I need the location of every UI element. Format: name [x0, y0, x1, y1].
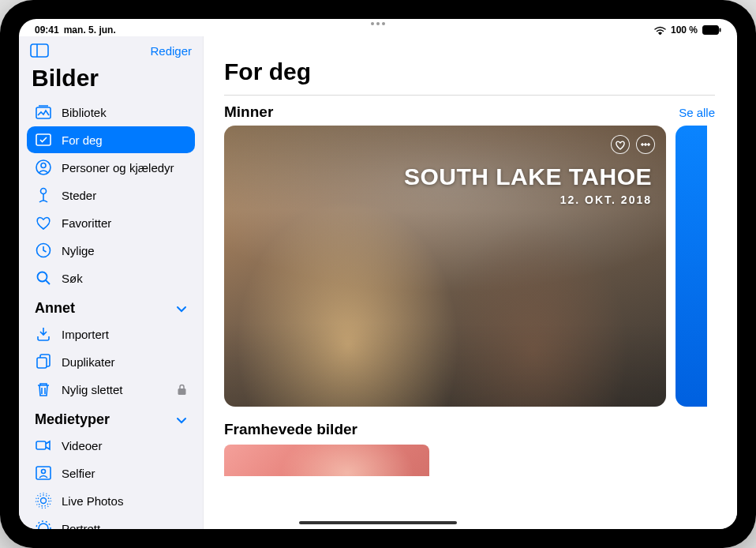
content-area: For deg Minner Se alle: [204, 36, 737, 529]
sidebar-item-label: Videoer: [62, 439, 102, 452]
sidebar-item-selfies[interactable]: Selfier: [27, 460, 195, 486]
memory-card-next[interactable]: [676, 126, 707, 407]
section-label: Medietyper: [35, 411, 110, 428]
sidebar-item-places[interactable]: Steder: [27, 182, 195, 208]
status-date: man. 5. jun.: [64, 24, 116, 36]
page-title: For deg: [224, 58, 715, 96]
sidebar-item-imported[interactable]: Importert: [27, 321, 195, 347]
live-photos-icon: [35, 492, 52, 509]
section-label: Annet: [35, 300, 75, 317]
svg-point-8: [41, 189, 47, 194]
svg-point-23: [648, 144, 650, 146]
multitask-dots-icon[interactable]: [371, 22, 385, 25]
sidebar-item-recently-deleted[interactable]: Nylig slettet: [27, 376, 195, 403]
chevron-down-icon: [176, 300, 187, 317]
favorite-memory-icon[interactable]: [611, 135, 630, 154]
featured-photo-card[interactable]: [224, 445, 429, 476]
sidebar-item-portrait[interactable]: Portrett: [27, 515, 195, 529]
status-time: 09:41: [35, 24, 59, 36]
memories-row[interactable]: SOUTH LAKE TAHOE 12. OKT. 2018: [224, 126, 737, 407]
lock-icon: [177, 384, 187, 396]
svg-rect-11: [37, 358, 47, 368]
sidebar-item-duplicates[interactable]: Duplikater: [27, 348, 195, 375]
svg-rect-1: [720, 28, 721, 32]
sidebar-title: Bilder: [19, 65, 203, 98]
memory-date: 12. OKT. 2018: [238, 193, 652, 206]
video-icon: [35, 437, 52, 454]
svg-rect-4: [36, 107, 51, 118]
see-all-button[interactable]: Se alle: [679, 106, 715, 119]
sidebar-item-label: Selfier: [62, 467, 95, 480]
memories-heading: Minner: [224, 103, 273, 121]
sidebar-item-live-photos[interactable]: Live Photos: [27, 487, 195, 514]
svg-rect-13: [36, 441, 46, 449]
battery-icon: [702, 25, 721, 35]
svg-point-15: [42, 470, 46, 474]
more-options-icon[interactable]: [636, 135, 655, 154]
sidebar-item-label: Live Photos: [62, 494, 123, 508]
sidebar-item-label: Bibliotek: [62, 106, 107, 119]
chevron-down-icon: [176, 411, 187, 428]
memory-card[interactable]: SOUTH LAKE TAHOE 12. OKT. 2018: [224, 126, 666, 407]
sidebar-item-search[interactable]: Søk: [27, 265, 195, 291]
sidebar-item-label: Duplikater: [62, 355, 115, 369]
selfie-icon: [35, 464, 52, 482]
sidebar-item-label: For deg: [62, 133, 103, 147]
sidebar-item-label: Nylige: [62, 244, 95, 257]
sidebar-toggle-icon[interactable]: [30, 43, 49, 58]
sidebar-item-videos[interactable]: Videoer: [27, 432, 195, 459]
sidebar-section-other[interactable]: Annet: [27, 292, 195, 320]
sidebar-item-label: Personer og kjæledyr: [62, 161, 174, 175]
wifi-icon: [654, 26, 666, 35]
svg-point-7: [41, 163, 46, 168]
sidebar-section-media-types[interactable]: Medietyper: [27, 403, 195, 431]
svg-point-22: [645, 144, 647, 146]
sidebar-item-label: Søk: [62, 272, 83, 285]
svg-point-16: [41, 498, 47, 504]
status-battery-label: 100 %: [671, 24, 698, 36]
for-you-icon: [35, 131, 52, 148]
portrait-icon: [35, 520, 52, 529]
memory-title: SOUTH LAKE TAHOE: [238, 163, 652, 190]
svg-point-19: [39, 524, 48, 529]
library-icon: [35, 103, 52, 121]
import-icon: [35, 325, 52, 343]
home-indicator[interactable]: [299, 521, 457, 524]
sidebar: Rediger Bilder Bibliotek For de: [19, 36, 204, 529]
sidebar-item-for-you[interactable]: For deg: [27, 126, 195, 153]
sidebar-item-label: Portrett: [62, 522, 100, 530]
duplicates-icon: [35, 353, 52, 370]
svg-rect-2: [31, 44, 48, 57]
clock-icon: [35, 242, 52, 259]
search-icon: [35, 269, 52, 287]
sidebar-item-label: Importert: [62, 328, 109, 341]
featured-heading: Framhevede bilder: [224, 407, 737, 445]
sidebar-item-label: Steder: [62, 189, 96, 202]
svg-point-10: [38, 272, 47, 282]
svg-point-17: [38, 495, 49, 506]
places-icon: [35, 186, 52, 204]
sidebar-item-recent[interactable]: Nylige: [27, 237, 195, 264]
heart-icon: [35, 214, 52, 231]
trash-icon: [35, 381, 52, 398]
sidebar-item-people-pets[interactable]: Personer og kjæledyr: [27, 154, 195, 181]
sidebar-item-label: Nylig slettet: [62, 383, 123, 396]
sidebar-item-label: Favoritter: [62, 216, 111, 230]
svg-rect-0: [703, 26, 719, 35]
sidebar-item-library[interactable]: Bibliotek: [27, 99, 195, 126]
svg-point-21: [642, 144, 644, 146]
people-icon: [35, 159, 52, 176]
svg-rect-12: [178, 388, 186, 395]
sidebar-item-favorites[interactable]: Favoritter: [27, 209, 195, 236]
edit-button[interactable]: Rediger: [150, 44, 192, 58]
